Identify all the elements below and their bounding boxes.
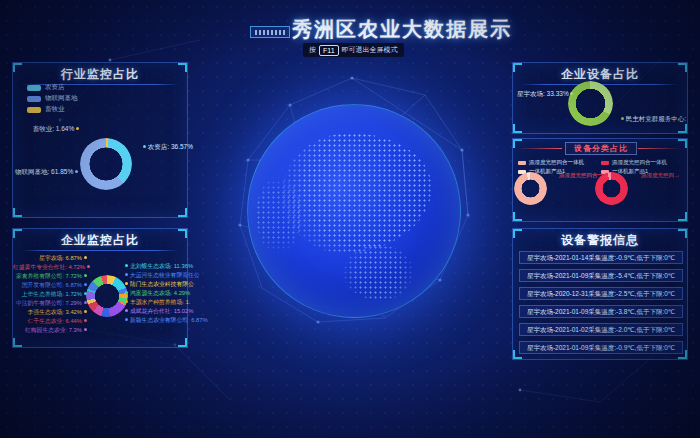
enterprise-monitor-panel: 企业监控占比 星宇农场: 6.87% 红盛黄牛专业合作社: 4.72% 家禽养殖… xyxy=(12,228,188,348)
chart-label: 农资店: 36.57% xyxy=(143,143,193,151)
label-dot xyxy=(76,127,79,130)
legend-label: 物联网基地 xyxy=(45,94,78,103)
chart-label: 大运河生态牧业有限责任公 xyxy=(125,272,200,279)
panel-title: 设备警报信息 xyxy=(513,229,687,247)
alarm-row: 星宇农场-2021-01-09采集温度:-3.8℃,低于下限:0℃ xyxy=(519,305,683,318)
title-line-left xyxy=(518,148,562,149)
legend-swatch xyxy=(27,107,41,113)
legend-item[interactable]: 温湿度光照四合一体机 xyxy=(518,158,584,167)
chart-label: 丰源水产种苗养殖场: 1. xyxy=(125,299,190,306)
industry-monitor-panel: 行业监控占比 农资店 物联网基地 畜牧业 畜牧业: 1.64% 农资店: 36.… xyxy=(12,62,188,218)
fullscreen-hint: 按 F11 即可退出全屏模式 xyxy=(303,43,404,57)
chart-label: 温湿度光照四合一→ xyxy=(559,172,609,179)
globe-continent-dots xyxy=(343,245,413,300)
title-line-right xyxy=(638,148,682,149)
alarm-row: 星宇农场-2021-01-09采集温度:-5.4℃,低于下限:0℃ xyxy=(519,269,683,282)
legend-label: 温湿度光照四合一体机 xyxy=(529,159,584,166)
device-category-panel: 设备分类占比 温湿度光照四合一体机 一体机新产品1 温湿度光照四合一体机 一体机… xyxy=(512,138,688,222)
category-donut-chart-left[interactable] xyxy=(514,172,547,205)
chart-label: 星宇农场: 6.87% xyxy=(13,255,87,262)
divider xyxy=(21,250,179,251)
chart-label: 鸿富源生态农场: 4.29% xyxy=(125,290,190,297)
panel-title: 设备分类占比 xyxy=(565,142,637,155)
legend-swatch xyxy=(27,85,41,91)
globe-visualization xyxy=(247,104,461,318)
label-dot xyxy=(143,145,146,148)
legend-swatch xyxy=(27,96,41,102)
chart-label: 新颖生态农业有限公司: 6.87% xyxy=(125,317,208,324)
legend-label: 畜牧业 xyxy=(45,105,65,114)
chart-label: 红盛黄牛专业合作社: 4.72% xyxy=(13,264,87,271)
chart-label: 仁干生态农业: 6.44% xyxy=(13,318,87,325)
chart-label: 北刘银生态农场: 11.36% xyxy=(125,263,193,270)
chart-label: 家禽养殖有限公司: 7.72% xyxy=(13,273,87,280)
chart-label: 上华生态养殖场: 1.72% xyxy=(13,291,87,298)
alarm-row: 星宇农场-2021-01-02采集温度:-2.0℃,低于下限:0℃ xyxy=(519,323,683,336)
label-dot xyxy=(621,117,624,120)
industry-legend: 农资店 物联网基地 畜牧业 xyxy=(27,82,78,115)
chart-label: 成斌花卉合作社: 15.02% xyxy=(125,308,193,315)
device-donut-chart[interactable] xyxy=(568,81,613,126)
brand-logo xyxy=(250,26,290,38)
chart-label: 国开发有限公司: 6.87% xyxy=(13,282,87,289)
alarm-row: 星宇农场-2020-12-31采集温度:-2.5℃,低于下限:0℃ xyxy=(519,287,683,300)
label-dot xyxy=(75,170,78,173)
chart-label: 温湿度光照四→ xyxy=(641,172,680,179)
hint-prefix: 按 xyxy=(309,45,316,55)
page-title: 秀洲区农业大数据展示 xyxy=(292,16,512,43)
alarm-row: 星宇农场-2021-01-09采集温度:-0.9℃,低于下限:0℃ xyxy=(519,341,683,354)
dashboard-root: { "header": { "title": "秀洲区农业大数据展示", "hi… xyxy=(0,0,700,438)
chart-label: 红梅园生态农业: 7.3% xyxy=(13,327,87,334)
legend-label: 农资店 xyxy=(45,83,65,92)
legend-swatch xyxy=(601,161,609,165)
brand-logo-glyphs xyxy=(255,30,285,35)
panel-title: 行业监控占比 xyxy=(13,63,187,81)
device-alarm-panel: 设备警报信息 星宇农场-2021-01-14采集温度:-0.9℃,低于下限:0℃… xyxy=(512,228,688,360)
chart-label: 李强生态农场: 3.42% xyxy=(13,309,87,316)
legend-swatch xyxy=(518,161,526,165)
hint-suffix: 即可退出全屏模式 xyxy=(342,45,398,55)
panel-title: 企业监控占比 xyxy=(13,229,187,247)
chart-label: 民主村党群服务中心: xyxy=(621,115,686,123)
legend-item[interactable]: 农资店 xyxy=(27,82,78,93)
legend-item[interactable]: 物联网基地 xyxy=(27,93,78,104)
chart-label: 物联网基地: 61.85% xyxy=(15,168,75,176)
alarm-row: 星宇农场-2021-01-14采集温度:-0.9℃,低于下限:0℃ xyxy=(519,251,683,264)
chart-label: 陆门生态农业科技有限公 xyxy=(125,281,194,288)
f11-keycap: F11 xyxy=(319,45,339,56)
chart-label: 星宇农场: 33.33% xyxy=(517,90,567,98)
chart-label: 中法奶牛有限公司: 7.29% xyxy=(13,300,87,307)
globe-continent-dots xyxy=(256,175,301,255)
industry-donut-chart[interactable] xyxy=(80,138,132,190)
legend-label: 温湿度光照四合一体机 xyxy=(612,159,667,166)
globe-continent-dots xyxy=(282,133,432,253)
legend-item[interactable]: 畜牧业 xyxy=(27,104,78,115)
panel-title: 企业设备占比 xyxy=(513,63,687,81)
device-ratio-panel: 企业设备占比 星宇农场: 33.33% 民主村党群服务中心: xyxy=(512,62,688,134)
enterprise-donut-chart[interactable] xyxy=(86,275,128,317)
chart-label: 畜牧业: 1.64% xyxy=(19,125,79,133)
legend-item[interactable]: 温湿度光照四合一体机 xyxy=(601,158,667,167)
